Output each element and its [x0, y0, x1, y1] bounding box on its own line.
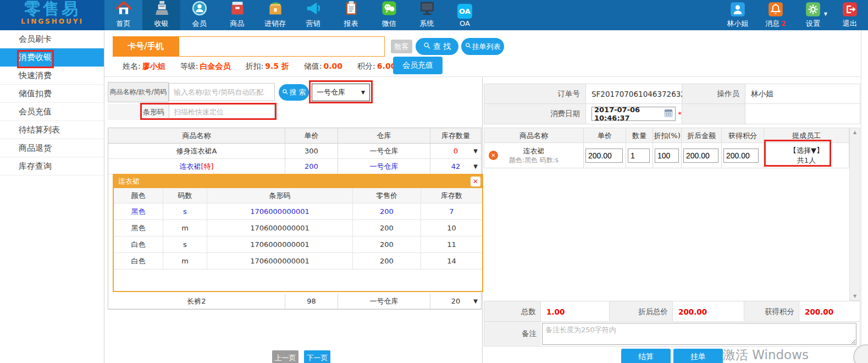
nav-item-product[interactable]: 商品	[218, 0, 256, 30]
nav-item-marketing[interactable]: 营销	[294, 0, 332, 30]
message-count-badge: 2	[781, 19, 786, 28]
sidebar-item-stored-value-deduct[interactable]: 储值扣费	[0, 85, 104, 103]
remark-textarea[interactable]	[542, 323, 856, 345]
staff-select[interactable]: 【选择▼】	[764, 146, 849, 156]
sidebar-item-pending-settlement[interactable]: 待结算列表	[0, 121, 104, 139]
topbar-messages[interactable]: 消息2	[760, 0, 792, 30]
oa-icon: OA	[457, 4, 472, 19]
stock-expand-caret[interactable]: ▼	[473, 144, 478, 158]
card-phone-input[interactable]	[179, 36, 385, 57]
close-icon[interactable]: ✕	[471, 177, 480, 186]
bell-icon	[768, 2, 783, 19]
product-box-icon	[229, 0, 246, 19]
product-row[interactable]: 长裤2 98 一号仓库 20▼	[108, 294, 481, 309]
barcode-label: 条形码	[108, 104, 169, 120]
barcode-input[interactable]	[169, 104, 275, 120]
nav-item-member[interactable]: 会员	[180, 0, 218, 30]
brand-name: 零售易	[0, 0, 104, 18]
member-lookup-section: 卡号/手机 散客 查 找 挂单列表 姓名:廖小姐 等级:白金会员 折扣:9.5 …	[104, 30, 868, 77]
walkin-customer-button[interactable]: 散客	[391, 40, 412, 53]
sidebar-item-member-recharge[interactable]: 会员充值	[0, 103, 104, 121]
cash-register-icon	[153, 0, 170, 19]
monitor-icon	[419, 0, 435, 19]
cart-discount-input[interactable]	[655, 148, 679, 163]
consume-date-picker[interactable]: 2017-07-06 10:46:37	[591, 107, 676, 121]
member-icon	[191, 0, 208, 19]
megaphone-icon	[305, 0, 322, 19]
member-recharge-button[interactable]: 会员充值	[393, 57, 443, 74]
prev-page-button[interactable]: 上一页	[272, 350, 298, 363]
wechat-icon	[381, 0, 397, 19]
topbar-logout[interactable]: 退出	[834, 0, 865, 30]
product-search-input[interactable]	[169, 83, 275, 101]
chevron-down-icon: ▼	[824, 12, 827, 16]
product-select-panel: 商品名称/款号/简码 搜 索 一号仓库 ▼ 条形码 商品名称 单价 仓库 库存数…	[104, 77, 483, 363]
staff-count: 共1人	[764, 156, 849, 165]
clipboard-report-icon	[343, 0, 360, 19]
checkout-button[interactable]: 结算	[621, 349, 671, 363]
warehouse-select[interactable]: 一号仓库 ▼	[312, 84, 370, 101]
topbar-settings[interactable]: ▼ 设置	[797, 0, 829, 30]
cart-item-spec: 颜色:黑色 码数:s	[484, 156, 583, 164]
order-panel: 订单号 SF201707061046372632 操作员 林小姐 消费日期 20…	[483, 77, 861, 363]
product-search-button[interactable]: 搜 索	[279, 84, 309, 101]
cart-amount-input[interactable]	[683, 148, 718, 163]
nav-item-wechat[interactable]: 微信	[370, 0, 408, 30]
sku-row[interactable]: 白色 s 1706000000001 200 11	[114, 237, 482, 253]
logout-icon	[842, 2, 858, 19]
topbar-user[interactable]: 林小姐	[721, 0, 754, 30]
nav-item-system[interactable]: 系统	[408, 0, 446, 30]
cart-item-row: ✕ 连衣裙 颜色:黑色 码数:s 【选择▼】 共1人	[484, 143, 849, 168]
nav-item-inventory[interactable]: 进销存	[256, 0, 294, 30]
stock-expand-caret[interactable]: ▼	[473, 159, 478, 174]
windows-activation-watermark: 激活 Windows	[723, 346, 809, 363]
sidebar-item-quick-consume[interactable]: 快速消费	[0, 67, 104, 85]
brand-subtitle: LINGSHOUYI	[0, 18, 104, 25]
nav-item-home[interactable]: 首页	[104, 0, 142, 30]
member-stored-value: 0.00	[324, 62, 343, 70]
nav-item-oa[interactable]: OA OA	[446, 0, 484, 30]
cart-price-input[interactable]	[585, 148, 623, 163]
sidebar-item-stock-query[interactable]: 库存查询	[0, 157, 104, 175]
hold-order-list-button[interactable]: 挂单列表	[461, 38, 504, 55]
cart-scrollbar[interactable]: ▲ ▼	[849, 128, 860, 301]
product-search-label: 商品名称/款号/简码	[108, 82, 169, 102]
cart-qty-input[interactable]	[628, 148, 650, 163]
gear-icon: ▼	[805, 2, 821, 19]
scroll-up-icon[interactable]: ▲	[850, 130, 860, 135]
cart-table-header: 商品名称 单价 数量 折扣(%) 折后金额 获得积分 提成员工	[484, 128, 849, 143]
member-info-row: 姓名:廖小姐 等级:白金会员 折扣:9.5 折 储值:0.00 积分:6.00	[123, 61, 396, 73]
product-table-header: 商品名称 单价 仓库 库存数量	[108, 128, 481, 144]
stock-expand-caret[interactable]: ▼	[473, 294, 478, 309]
select-caret-icon: ▼	[361, 90, 365, 95]
nav-item-report[interactable]: 报表	[332, 0, 370, 30]
earned-points: 200.00	[799, 301, 860, 322]
sidebar-item-consume-cashier[interactable]: 消费收银	[0, 48, 104, 67]
main-nav: 首页 收银 会员 商品 进销存 营销 报表 微信	[104, 0, 484, 30]
member-discount: 9.5 折	[265, 62, 289, 70]
total-quantity: 1.00	[541, 301, 610, 322]
scroll-down-icon[interactable]: ▼	[850, 294, 860, 299]
remark-row: 备注	[484, 321, 860, 346]
sku-popup: 连衣裙 ✕ 颜色 码数 条形码 零售价 库存数 黑色 s 17060000000…	[113, 174, 483, 292]
hold-order-button[interactable]: 挂单	[673, 349, 723, 363]
search-icon	[282, 89, 289, 97]
sidebar-item-product-return[interactable]: 商品退货	[0, 139, 104, 157]
sku-table-header: 颜色 码数 条形码 零售价 库存数	[114, 188, 482, 204]
page-scrollbar-track[interactable]	[861, 30, 868, 363]
left-sidebar: 会员刷卡 消费收银 快速消费 储值扣费 会员充值 待结算列表 商品退货 库存查询	[0, 30, 104, 363]
totals-row: 总数 1.00 折后总价 200.00 获得积分 200.00	[484, 301, 860, 322]
cart-points-input[interactable]	[723, 148, 759, 163]
product-row-selected[interactable]: 连衣裙[特] 200 一号仓库 42▼	[108, 159, 481, 174]
sku-row-selected[interactable]: 黑色 s 1706000000001 200 7	[114, 204, 482, 220]
nav-item-cashier[interactable]: 收银	[142, 0, 180, 30]
sku-row[interactable]: 黑色 m 1706000000001 200 10	[114, 220, 482, 237]
next-page-button[interactable]: 下一页	[304, 350, 330, 363]
user-avatar-icon	[730, 2, 745, 19]
product-row[interactable]: 修身连衣裙A 300 一号仓库 0▼	[108, 144, 481, 159]
sku-row[interactable]: 白色 m 1706000000001 200 14	[114, 253, 482, 270]
find-member-button[interactable]: 查 找	[416, 38, 458, 55]
search-icon	[465, 42, 472, 51]
delete-item-icon[interactable]: ✕	[489, 151, 498, 160]
sidebar-item-member-swipe[interactable]: 会员刷卡	[0, 30, 104, 48]
